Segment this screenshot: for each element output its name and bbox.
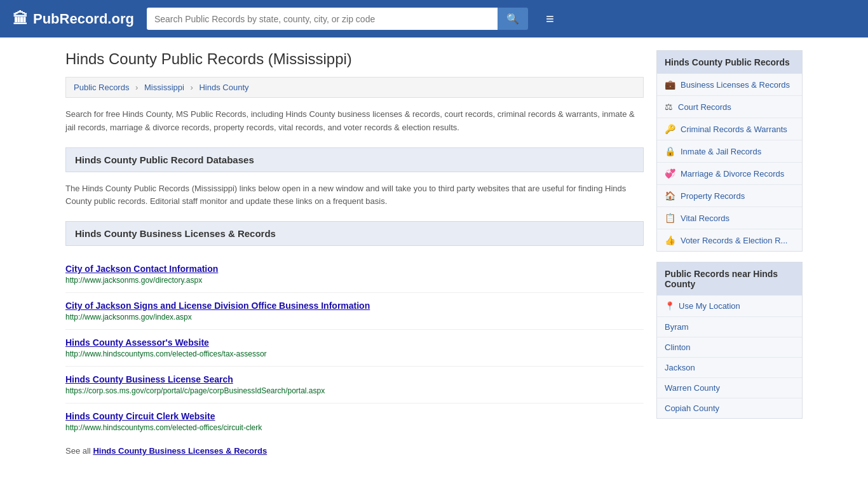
- sidebar-category-item[interactable]: 💼Business Licenses & Records: [657, 74, 802, 96]
- sidebar-nearby-section: Public Records near Hinds County 📍 Use M…: [656, 262, 803, 419]
- sidebar-category-item[interactable]: 🔑Criminal Records & Warrants: [657, 118, 802, 140]
- location-icon: 📍: [665, 301, 675, 311]
- category-icon: 📋: [665, 213, 675, 223]
- hamburger-icon: ≡: [546, 11, 554, 27]
- see-all-link[interactable]: Hinds County Business Licenses & Records: [93, 446, 267, 456]
- hamburger-button[interactable]: ≡: [546, 11, 554, 27]
- page-title: Hinds County Public Records (Mississippi…: [65, 50, 644, 68]
- category-label: Marriage & Divorce Records: [681, 169, 784, 179]
- logo-text: PubRecord.org: [33, 11, 134, 27]
- record-url: http://www.hindscountyms.com/elected-off…: [65, 349, 644, 358]
- search-icon: 🔍: [506, 13, 519, 24]
- category-icon: 🔒: [665, 146, 675, 156]
- description: Search for free Hinds County, MS Public …: [65, 108, 644, 135]
- breadcrumb-mississippi[interactable]: Mississippi: [144, 83, 184, 92]
- sidebar-category-item[interactable]: 🏠Property Records: [657, 185, 802, 207]
- sidebar-category-item[interactable]: 👍Voter Records & Election R...: [657, 229, 802, 251]
- category-icon: 👍: [665, 235, 675, 245]
- section-heading: Hinds County Business Licenses & Records: [65, 221, 644, 246]
- see-all-text: See all Hinds County Business Licenses &…: [65, 446, 644, 456]
- category-icon: 💞: [665, 168, 675, 179]
- main-container: Hinds County Public Records (Mississippi…: [53, 37, 815, 468]
- building-icon: 🏛: [13, 10, 28, 28]
- search-button[interactable]: 🔍: [498, 8, 528, 30]
- category-icon: 🏠: [665, 191, 675, 201]
- breadcrumb-sep-1: ›: [135, 83, 138, 92]
- category-icon: ⚖: [665, 102, 673, 112]
- nearby-place-item[interactable]: Byram: [657, 317, 802, 337]
- breadcrumb-sep-2: ›: [191, 83, 193, 92]
- sidebar-main-header: Hinds County Public Records: [657, 51, 802, 74]
- record-entry: City of Jackson Contact Information http…: [65, 256, 644, 293]
- use-location-button[interactable]: 📍 Use My Location: [657, 295, 802, 317]
- record-entry: Hinds County Circuit Clerk Website http:…: [65, 403, 644, 440]
- sidebar-category-item[interactable]: ⚖Court Records: [657, 96, 802, 118]
- record-url: https://corp.sos.ms.gov/corp/portal/c/pa…: [65, 386, 644, 395]
- record-url: http://www.jacksonms.gov/index.aspx: [65, 313, 644, 322]
- category-label: Vital Records: [681, 214, 729, 223]
- breadcrumb-hinds-county[interactable]: Hinds County: [199, 83, 248, 92]
- breadcrumb: Public Records › Mississippi › Hinds Cou…: [65, 77, 644, 98]
- category-label: Court Records: [678, 102, 731, 112]
- sidebar-categories: 💼Business Licenses & Records⚖Court Recor…: [657, 74, 802, 251]
- nearby-place-item[interactable]: Copiah County: [657, 398, 802, 418]
- logo-area[interactable]: 🏛 PubRecord.org: [13, 10, 134, 28]
- category-label: Inmate & Jail Records: [681, 147, 761, 156]
- sidebar-category-item[interactable]: 📋Vital Records: [657, 207, 802, 229]
- sidebar-main-section: Hinds County Public Records 💼Business Li…: [656, 50, 803, 252]
- nearby-place-item[interactable]: Jackson: [657, 358, 802, 378]
- record-url: http://www.jacksonms.gov/directory.aspx: [65, 276, 644, 285]
- sidebar-category-item[interactable]: 💞Marriage & Divorce Records: [657, 163, 802, 185]
- nearby-place-item[interactable]: Clinton: [657, 337, 802, 358]
- header: 🏛 PubRecord.org 🔍 ≡: [0, 0, 868, 37]
- category-label: Property Records: [681, 191, 745, 201]
- record-url: http://www.hindscountyms.com/elected-off…: [65, 423, 644, 432]
- category-label: Criminal Records & Warrants: [681, 125, 787, 134]
- breadcrumb-public-records[interactable]: Public Records: [74, 83, 129, 92]
- nearby-place-item[interactable]: Warren County: [657, 378, 802, 398]
- record-title[interactable]: City of Jackson Contact Information: [65, 264, 644, 274]
- sidebar-nearby-header: Public Records near Hinds County: [657, 262, 802, 295]
- category-label: Business Licenses & Records: [681, 80, 790, 90]
- search-form: 🔍: [147, 8, 528, 30]
- category-icon: 💼: [665, 79, 675, 90]
- sidebar-nearby-list: ByramClintonJacksonWarren CountyCopiah C…: [657, 317, 802, 418]
- search-input[interactable]: [147, 8, 498, 30]
- record-entry: Hinds County Assessor's Website http://w…: [65, 330, 644, 367]
- databases-description: The Hinds County Public Records (Mississ…: [65, 182, 644, 209]
- sidebar: Hinds County Public Records 💼Business Li…: [656, 50, 803, 456]
- databases-heading: Hinds County Public Record Databases: [65, 147, 644, 172]
- record-title[interactable]: Hinds County Business License Search: [65, 374, 644, 384]
- record-title[interactable]: Hinds County Assessor's Website: [65, 337, 644, 348]
- record-title[interactable]: Hinds County Circuit Clerk Website: [65, 411, 644, 421]
- category-label: Voter Records & Election R...: [681, 236, 787, 245]
- content-area: Hinds County Public Records (Mississippi…: [65, 50, 644, 456]
- record-title[interactable]: City of Jackson Signs and License Divisi…: [65, 301, 644, 311]
- records-list: City of Jackson Contact Information http…: [65, 256, 644, 440]
- record-entry: City of Jackson Signs and License Divisi…: [65, 293, 644, 330]
- use-location-label: Use My Location: [679, 301, 740, 311]
- record-entry: Hinds County Business License Search htt…: [65, 367, 644, 403]
- category-icon: 🔑: [665, 124, 675, 134]
- sidebar-category-item[interactable]: 🔒Inmate & Jail Records: [657, 140, 802, 163]
